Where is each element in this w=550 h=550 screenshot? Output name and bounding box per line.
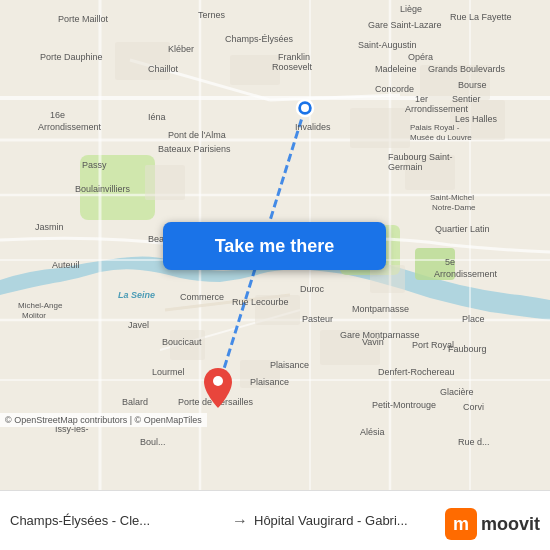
svg-point-104: [301, 104, 309, 112]
svg-text:1er: 1er: [415, 94, 428, 104]
svg-text:Palais Royal -: Palais Royal -: [410, 123, 460, 132]
svg-text:Germain: Germain: [388, 162, 423, 172]
svg-text:Saint-Michel: Saint-Michel: [430, 193, 474, 202]
bottom-bar: Champs-Élysées - Cle... → Hôpital Vaugir…: [0, 490, 550, 550]
svg-text:Musée du Louvre: Musée du Louvre: [410, 133, 472, 142]
svg-text:Roosevelt: Roosevelt: [272, 62, 313, 72]
svg-text:Michel-Ange: Michel-Ange: [18, 301, 63, 310]
svg-text:Les Halles: Les Halles: [455, 114, 498, 124]
moovit-logo: m moovit: [445, 508, 540, 540]
svg-text:Kléber: Kléber: [168, 44, 194, 54]
svg-text:Champs-Élysées: Champs-Élysées: [225, 34, 294, 44]
svg-text:Duroc: Duroc: [300, 284, 325, 294]
svg-text:Montparnasse: Montparnasse: [352, 304, 409, 314]
svg-text:Invalides: Invalides: [295, 122, 331, 132]
svg-text:La Seine: La Seine: [118, 290, 155, 300]
svg-text:Corvi: Corvi: [463, 402, 484, 412]
route-info: Champs-Élysées - Cle... → Hôpital Vaugir…: [10, 512, 470, 530]
svg-text:Franklin: Franklin: [278, 52, 310, 62]
take-me-there-button[interactable]: Take me there: [163, 222, 386, 270]
svg-text:Bateaux Parisiens: Bateaux Parisiens: [158, 144, 231, 154]
svg-text:Madeleine: Madeleine: [375, 64, 417, 74]
svg-text:Auteuil: Auteuil: [52, 260, 80, 270]
svg-text:Plaisance: Plaisance: [270, 360, 309, 370]
map-attribution: © OpenStreetMap contributors | © OpenMap…: [0, 413, 207, 427]
svg-text:Pont de l'Alma: Pont de l'Alma: [168, 130, 226, 140]
svg-text:Boul...: Boul...: [140, 437, 166, 447]
svg-text:Liège: Liège: [400, 4, 422, 14]
svg-text:Passy: Passy: [82, 160, 107, 170]
destination-station: Hôpital Vaugirard - Gabri...: [254, 513, 470, 528]
svg-text:Iéna: Iéna: [148, 112, 166, 122]
svg-text:Glacière: Glacière: [440, 387, 474, 397]
svg-rect-24: [145, 165, 185, 200]
svg-text:Balard: Balard: [122, 397, 148, 407]
svg-rect-20: [115, 42, 170, 80]
svg-text:Arrondissement: Arrondissement: [434, 269, 498, 279]
svg-text:Rue La Fayette: Rue La Fayette: [450, 12, 512, 22]
svg-text:Chaillot: Chaillot: [148, 64, 179, 74]
svg-text:5e: 5e: [445, 257, 455, 267]
svg-text:Lourmel: Lourmel: [152, 367, 185, 377]
moovit-icon: m: [445, 508, 477, 540]
svg-text:Rue d...: Rue d...: [458, 437, 490, 447]
svg-text:Molitor: Molitor: [22, 311, 46, 320]
svg-text:Saint-Augustin: Saint-Augustin: [358, 40, 417, 50]
take-me-there-label: Take me there: [215, 236, 335, 257]
svg-text:Jasmin: Jasmin: [35, 222, 64, 232]
svg-text:Grands Boulevards: Grands Boulevards: [428, 64, 506, 74]
route-arrow: →: [232, 512, 248, 530]
svg-text:Denfert-Rochereau: Denfert-Rochereau: [378, 367, 455, 377]
svg-text:Gare Saint-Lazare: Gare Saint-Lazare: [368, 20, 442, 30]
moovit-text: moovit: [481, 514, 540, 535]
svg-text:Arrondissement: Arrondissement: [38, 122, 102, 132]
origin-station: Champs-Élysées - Cle...: [10, 513, 226, 528]
svg-text:Opéra: Opéra: [408, 52, 433, 62]
svg-text:Porte Dauphine: Porte Dauphine: [40, 52, 103, 62]
attribution-text: © OpenStreetMap contributors | © OpenMap…: [5, 415, 202, 425]
svg-text:Petit-Montrouge: Petit-Montrouge: [372, 400, 436, 410]
svg-text:Plaisance: Plaisance: [250, 377, 289, 387]
svg-text:Javel: Javel: [128, 320, 149, 330]
svg-rect-22: [350, 108, 410, 148]
svg-text:Notre-Dame: Notre-Dame: [432, 203, 476, 212]
svg-point-105: [213, 376, 223, 386]
svg-text:Faubourg Saint-: Faubourg Saint-: [388, 152, 453, 162]
svg-text:Rue Lecourbe: Rue Lecourbe: [232, 297, 289, 307]
svg-text:Quartier Latin: Quartier Latin: [435, 224, 490, 234]
svg-text:Bourse: Bourse: [458, 80, 487, 90]
svg-text:Ternes: Ternes: [198, 10, 226, 20]
svg-text:Boucicaut: Boucicaut: [162, 337, 202, 347]
svg-text:Alésia: Alésia: [360, 427, 385, 437]
svg-text:Commerce: Commerce: [180, 292, 224, 302]
svg-text:Pasteur: Pasteur: [302, 314, 333, 324]
svg-text:Arrondissement: Arrondissement: [405, 104, 469, 114]
svg-text:Boulainvilliers: Boulainvilliers: [75, 184, 131, 194]
svg-text:Place: Place: [462, 314, 485, 324]
svg-text:Gare Montparnasse: Gare Montparnasse: [340, 330, 420, 340]
svg-text:Porte Maillot: Porte Maillot: [58, 14, 109, 24]
svg-text:16e: 16e: [50, 110, 65, 120]
svg-text:Sentier: Sentier: [452, 94, 481, 104]
svg-text:Faubourg: Faubourg: [448, 344, 487, 354]
svg-text:Concorde: Concorde: [375, 84, 414, 94]
map-container: Porte Maillot Ternes Liège Gare Saint-La…: [0, 0, 550, 490]
